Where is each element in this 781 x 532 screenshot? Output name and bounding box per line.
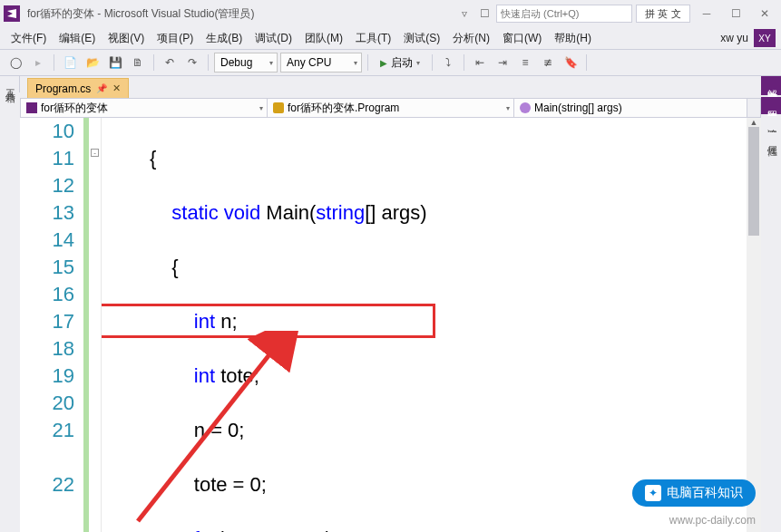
quick-launch-input[interactable]	[496, 5, 632, 23]
code-editor[interactable]: 10 11 12 13 14 15 16 17 18 19 20 21 22 -…	[20, 118, 761, 532]
method-icon	[520, 102, 531, 113]
menu-build[interactable]: 生成(B)	[200, 29, 248, 48]
menu-analyze[interactable]: 分析(N)	[447, 29, 495, 48]
right-tool-tabs: 解决方案资源管理器 团队资源管理器 诊断工具 属性	[761, 76, 781, 532]
line-number-gutter: 10 11 12 13 14 15 16 17 18 19 20 21 22	[20, 118, 83, 532]
feedback-icon[interactable]: ☐	[476, 5, 493, 22]
solution-explorer-tab[interactable]: 解决方案资源管理器	[761, 76, 781, 95]
properties-tab[interactable]: 属性	[761, 132, 781, 145]
notification-icon[interactable]: ▿	[456, 5, 473, 22]
menu-team[interactable]: 团队(M)	[299, 29, 348, 48]
nav-member-dropdown[interactable]: Main(string[] args)	[514, 99, 760, 117]
code-nav-bar: for循环的变体 for循环的变体.Program Main(string[] …	[20, 98, 761, 118]
csharp-icon	[26, 102, 37, 113]
watermark-icon: ✦	[645, 485, 661, 501]
window-title: for循环的变体 - Microsoft Visual Studio(管理员)	[27, 6, 255, 22]
close-button[interactable]: ✕	[752, 5, 777, 23]
nav-class-dropdown[interactable]: for循环的变体.Program	[268, 99, 514, 117]
user-avatar[interactable]: XY	[754, 29, 776, 47]
nav-back-button[interactable]: ◯	[5, 53, 25, 73]
toolbox-tab[interactable]: 工具箱	[0, 76, 20, 92]
redo-button[interactable]: ↷	[182, 53, 202, 73]
menu-edit[interactable]: 编辑(E)	[54, 29, 101, 48]
comment-button[interactable]: ≡	[515, 53, 535, 73]
menu-view[interactable]: 视图(V)	[103, 29, 150, 48]
ime-indicator[interactable]: 拼 英 文	[636, 5, 690, 23]
menu-project[interactable]: 项目(P)	[151, 29, 199, 48]
open-button[interactable]: 📂	[83, 53, 103, 73]
bookmark-button[interactable]: 🔖	[561, 53, 581, 73]
watermark-brand: ✦ 电脑百科知识	[632, 479, 756, 507]
tab-program-cs[interactable]: Program.cs 📌 ✕	[27, 78, 129, 98]
nav-project-dropdown[interactable]: for循环的变体	[21, 99, 268, 117]
menubar: 文件(F) 编辑(E) 视图(V) 项目(P) 生成(B) 调试(D) 团队(M…	[0, 27, 781, 49]
indent-less-button[interactable]: ⇤	[470, 53, 490, 73]
tab-close-icon[interactable]: ✕	[112, 82, 121, 94]
nav-fwd-button[interactable]: ▸	[28, 53, 48, 73]
platform-dropdown[interactable]: Any CPU	[280, 53, 362, 73]
tab-label: Program.cs	[35, 82, 91, 95]
menu-file[interactable]: 文件(F)	[5, 29, 52, 48]
undo-button[interactable]: ↶	[160, 53, 180, 73]
start-debug-button[interactable]: ▶ 启动 ▾	[374, 53, 426, 73]
maximize-button[interactable]: ☐	[723, 5, 748, 23]
save-all-button[interactable]: 🗎	[128, 53, 148, 73]
toolbar: ◯ ▸ 📄 📂 💾 🗎 ↶ ↷ Debug Any CPU ▶ 启动 ▾ ⤵ ⇤…	[0, 49, 781, 76]
step-button[interactable]: ⤵	[438, 53, 458, 73]
play-icon: ▶	[380, 58, 387, 68]
menu-debug[interactable]: 调试(D)	[249, 29, 298, 48]
menu-tools[interactable]: 工具(T)	[350, 29, 396, 48]
minimize-button[interactable]: ─	[694, 5, 719, 23]
config-dropdown[interactable]: Debug	[214, 53, 278, 73]
outline-margin[interactable]: -	[89, 118, 102, 532]
menu-test[interactable]: 测试(S)	[398, 29, 445, 48]
pin-icon[interactable]: 📌	[96, 83, 107, 93]
watermark-url: www.pc-daily.com	[669, 514, 756, 527]
save-button[interactable]: 💾	[105, 53, 125, 73]
new-project-button[interactable]: 📄	[60, 53, 80, 73]
menu-help[interactable]: 帮助(H)	[549, 29, 597, 48]
menu-window[interactable]: 窗口(W)	[497, 29, 547, 48]
code-content[interactable]: { static void Main(string[] args) { int …	[102, 118, 761, 532]
user-name[interactable]: xw yu	[720, 32, 748, 44]
titlebar: for循环的变体 - Microsoft Visual Studio(管理员) …	[0, 0, 781, 27]
scroll-thumb[interactable]	[748, 127, 759, 236]
indent-more-button[interactable]: ⇥	[493, 53, 513, 73]
class-icon	[273, 102, 284, 113]
vs-logo-icon	[4, 5, 20, 22]
vertical-scrollbar[interactable]: ▲	[747, 118, 761, 532]
diagnostics-tab[interactable]: 诊断工具	[761, 116, 781, 131]
start-label: 启动	[391, 55, 413, 71]
team-explorer-tab[interactable]: 团队资源管理器	[761, 97, 781, 114]
collapse-icon[interactable]: -	[91, 149, 99, 157]
document-tab-well: Program.cs 📌 ✕	[0, 76, 781, 98]
split-handle[interactable]	[747, 98, 761, 118]
uncomment-button[interactable]: ≢	[538, 53, 558, 73]
